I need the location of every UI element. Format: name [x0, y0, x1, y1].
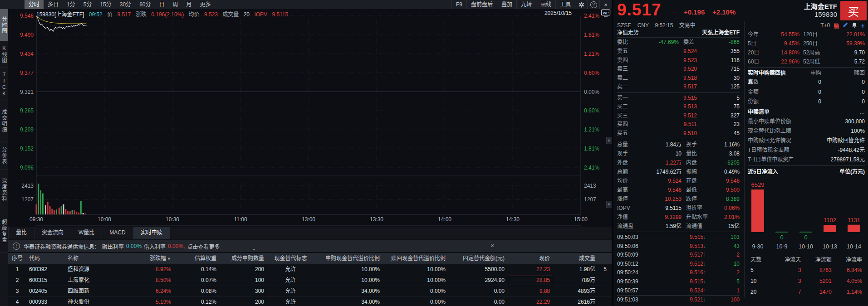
column-header-赎回现金替代溢价比例[interactable]: 赎回现金替代溢价比例 [383, 253, 448, 264]
column-header-现价[interactable]: 现价 [507, 253, 553, 264]
stat-row: 总额1749.62万振幅0.49% [617, 167, 740, 176]
volume-bar [61, 206, 62, 214]
timeframe-tab-5分[interactable]: 5分 [79, 0, 96, 9]
timeframe-tab-更多[interactable]: 更多 [196, 0, 215, 9]
wp-monitor-icon[interactable]: WP [601, 9, 611, 19]
column-header-涨跌幅[interactable]: 涨跌幅▼ [131, 253, 174, 264]
flow-table-header: 天数 净流天 净流额 净流率 [748, 255, 865, 265]
table-row[interactable]: 4000933神火股份5.19%0.12%200允许34.00%0.00%0.0… [8, 297, 612, 306]
cell: 4893万 [553, 286, 598, 296]
nav-trend-row[interactable]: 净值走势 天弘上海金ETF [617, 28, 740, 38]
stat-value: 1749.62万 [638, 167, 682, 176]
stat-value: 9.5115 [638, 204, 682, 213]
close-icon[interactable]: × [489, 242, 496, 249]
notice-more-link[interactable]: 点击查看更多 [187, 243, 220, 250]
timeframe-tab-30分[interactable]: 30分 [116, 0, 135, 9]
column-header-申购现金替代溢价比例[interactable]: 申购现金替代溢价比例 [314, 253, 383, 264]
toolbar-item-九转[interactable]: 九转 [516, 0, 536, 9]
column-header-名称[interactable]: 名称 [65, 253, 131, 264]
tick-volume: 2 [706, 268, 740, 277]
perf-value: 59.39% [828, 39, 865, 48]
tick-time: 09:51:03 [617, 296, 652, 305]
volume-label: 成交量 [222, 11, 239, 18]
redemption-list-header[interactable]: 申赎清单 … [748, 107, 865, 117]
indicator-tab-量比[interactable]: 量比 [8, 227, 34, 239]
toolbar-item-画线[interactable]: 画线 [536, 0, 555, 9]
change-label: 涨跌 [136, 11, 147, 18]
ellipsis-icon[interactable]: … [859, 107, 865, 117]
intraday-chart[interactable]: 09:3010:0010:3011:0013:0013:3014:0014:30… [8, 9, 612, 226]
tick-row: 09:50:069.513↓43 [617, 242, 740, 251]
sidebar-item-分价表[interactable]: 分价表 [0, 141, 8, 170]
net-inflow-chart[interactable]: 65299-30010-9010-10110210-13113110-14 [748, 177, 865, 255]
tick-price: 9.512↓ [652, 260, 706, 269]
cell: 200 [219, 264, 267, 275]
quote-column: 净值走势 天弘上海金ETF 委比 -47.69% 委差 -866 卖五9.524… [613, 28, 743, 305]
toolbar-item-盘前盘后[interactable]: 盘前盘后 [466, 0, 497, 9]
timeframe-tab-日[interactable]: 日 [155, 0, 168, 9]
table-row[interactable]: 1600392盛和资源8.92%0.14%200允许10.00%10.00%55… [8, 264, 612, 275]
tick-price: 9.517↑ [652, 251, 706, 260]
column-header-现金替代标志[interactable]: 现金替代标志 [267, 253, 314, 264]
column-header-估算权重[interactable]: 估算权重 [174, 253, 219, 264]
quote-header: 9.517 +0.196 +2.10% 上海金ETF 159830 买 [613, 0, 868, 21]
stat-label: 净值 [617, 213, 638, 222]
column-header-成分申购数量[interactable]: 成分申购数量 [219, 253, 267, 264]
chevron-down-icon[interactable]: › [251, 248, 258, 250]
table-row[interactable]: 2600315上海家化8.50%0.07%100允许10.00%10.00%29… [8, 275, 612, 286]
cell: 3 [8, 286, 26, 296]
fkey-button[interactable]: F9 [451, 0, 466, 9]
more-tools-icon[interactable]: » [599, 0, 612, 9]
bell-icon[interactable] [852, 22, 857, 29]
stat-value: 9.3299 [638, 213, 682, 222]
sidebar-item-分时图[interactable]: 分时图 [0, 9, 8, 41]
timeframe-tab-分时[interactable]: 分时 [25, 0, 44, 9]
gear-icon[interactable] [575, 0, 587, 9]
stat-label: 外盘 [617, 158, 638, 167]
subscription-row: 份额00 [748, 97, 865, 107]
tick-price-value: 9.516 [690, 269, 703, 276]
margin-notice-bar[interactable]: ! 华泰证券融资融券通供需信息： 融出利率 0.00% 借入利率 0.00%, … [8, 240, 612, 252]
timeframe-tab-周[interactable]: 周 [169, 0, 182, 9]
price-change-percent: +2.10% [712, 8, 736, 16]
timeframe-tab-15分[interactable]: 15分 [96, 0, 115, 9]
iopv-value: 9.5115 [272, 11, 288, 18]
sidebar-item-深度资料[interactable]: 深度资料 [0, 170, 8, 210]
column-header-成交量[interactable]: 成交量 [553, 253, 598, 264]
column-header-固定替代金额(元)[interactable]: 固定替代金额(元) [448, 253, 507, 264]
sidebar-item-成交明细[interactable]: 成交明细 [0, 101, 8, 141]
timeframe-tab-1分[interactable]: 1分 [63, 0, 79, 9]
column-header-extra[interactable] [598, 253, 609, 264]
buy-button[interactable]: 买 [840, 1, 867, 20]
timeframe-tab-60分[interactable]: 60分 [135, 0, 155, 9]
sidebar-item-超级复盘[interactable]: 超级复盘 [0, 210, 8, 253]
price-value: 9.517 [117, 11, 131, 18]
cell: 789万 [553, 275, 598, 286]
percent-tick: 1.81% [584, 146, 599, 152]
column-header-序号[interactable]: 序号 [8, 253, 26, 264]
level-label: 买三 [617, 112, 637, 121]
price-tick: 9.377 [20, 70, 34, 76]
timeframe-tab-月[interactable]: 月 [182, 0, 196, 9]
stat-value: 1.59亿 [638, 222, 682, 231]
indicator-tab-W量比[interactable]: W量比 [71, 227, 102, 239]
level-price: 9.517 [637, 83, 697, 92]
pencil-icon[interactable] [843, 22, 848, 29]
add-icon[interactable]: + [861, 22, 865, 29]
tick-list[interactable]: 09:50:039.515↓10309:50:069.513↓4309:50:0… [617, 233, 740, 305]
indicator-tab-MACD[interactable]: MACD [102, 227, 133, 239]
sub-redeem-value: 0 [821, 97, 865, 107]
indicator-tab-资金流向[interactable]: 资金流向 [34, 227, 71, 239]
toolbar-item-叠加[interactable]: 叠加 [497, 0, 516, 9]
tick-volume: 100 [706, 296, 740, 305]
timeframe-tab-多日[interactable]: 多日 [44, 0, 63, 9]
sidebar-item-TICK[interactable]: TICK [0, 68, 8, 101]
table-row[interactable]: 3002405四维图新6.24%0.08%300允许34.00%0.00%0.0… [8, 286, 612, 297]
volume-bar [49, 206, 51, 214]
toolbar-item-工具[interactable]: 工具 [555, 0, 575, 9]
help-icon[interactable]: ? [587, 0, 599, 9]
indicator-tab-实时申赎[interactable]: 实时申赎 [133, 227, 170, 239]
column-header-代码[interactable]: 代码 [26, 253, 65, 264]
sidebar-item-K线图[interactable]: K线图 [0, 41, 8, 68]
tick-row: 09:50:399.515↓5 [617, 277, 740, 287]
